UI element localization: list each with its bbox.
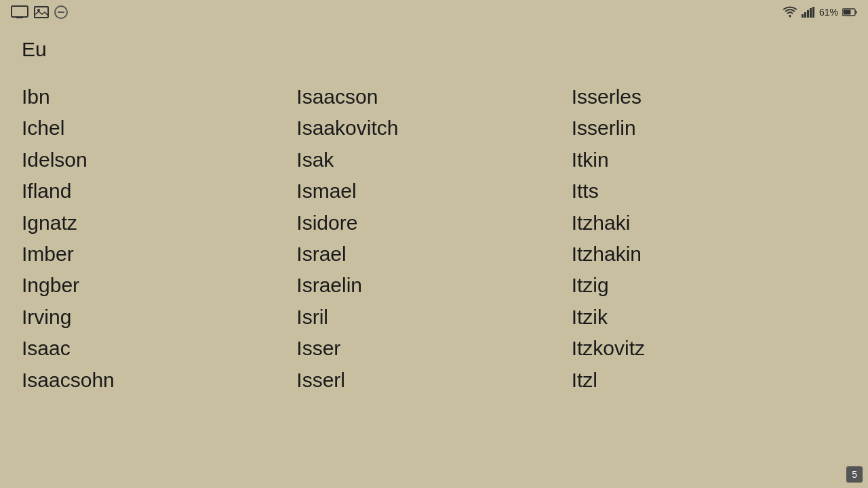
signal-icon bbox=[802, 7, 815, 18]
name-item: Itzhakin bbox=[572, 239, 846, 270]
minus-circle-icon bbox=[54, 5, 68, 19]
name-item: Imber bbox=[22, 239, 296, 270]
status-left-icons bbox=[11, 5, 68, 19]
svg-rect-10 bbox=[810, 8, 812, 18]
battery-percentage: 61% bbox=[819, 7, 838, 18]
svg-rect-14 bbox=[856, 11, 857, 14]
name-item: Ibn bbox=[22, 81, 296, 113]
battery-icon bbox=[842, 7, 857, 17]
name-item: Isaac bbox=[22, 333, 296, 364]
main-content: Eu IbnIsaacsonIsserlesIchelIsaakovitchIs… bbox=[0, 24, 868, 488]
name-item: Isidore bbox=[296, 207, 571, 239]
name-item: Itzik bbox=[572, 302, 846, 333]
name-item: Isak bbox=[296, 144, 571, 176]
svg-rect-11 bbox=[812, 7, 814, 18]
name-item: Israel bbox=[296, 239, 571, 270]
svg-rect-1 bbox=[16, 17, 23, 18]
name-item: Ichel bbox=[22, 113, 296, 144]
status-bar: 61% bbox=[0, 0, 868, 24]
page-number: 5 bbox=[846, 466, 863, 483]
name-item: Ingber bbox=[22, 270, 296, 301]
name-item: Isaakovitch bbox=[296, 113, 571, 144]
svg-rect-9 bbox=[807, 10, 809, 18]
name-item: Itzkovitz bbox=[572, 333, 846, 364]
svg-point-6 bbox=[789, 16, 791, 18]
svg-rect-2 bbox=[35, 7, 48, 18]
name-item: Isserles bbox=[572, 81, 846, 113]
name-item: Isserl bbox=[296, 365, 571, 396]
svg-rect-13 bbox=[844, 10, 851, 15]
svg-rect-0 bbox=[12, 6, 28, 17]
section-header: Eu bbox=[22, 38, 846, 61]
screen-icon bbox=[11, 5, 28, 19]
name-item: Isaacson bbox=[296, 81, 571, 113]
name-item: Isril bbox=[296, 302, 571, 333]
name-item: Isserlin bbox=[572, 113, 846, 144]
names-grid: IbnIsaacsonIsserlesIchelIsaakovitchIsser… bbox=[22, 81, 846, 396]
name-item: Isser bbox=[296, 333, 571, 364]
name-item: Itzl bbox=[572, 365, 846, 396]
name-item: Itzhaki bbox=[572, 207, 846, 239]
svg-rect-8 bbox=[804, 12, 806, 18]
name-item: Ismael bbox=[296, 176, 571, 207]
name-item: Isaacsohn bbox=[22, 365, 296, 396]
name-item: Idelson bbox=[22, 144, 296, 176]
svg-rect-7 bbox=[802, 14, 804, 18]
picture-icon bbox=[34, 6, 49, 18]
name-item: Itts bbox=[572, 176, 846, 207]
name-item: Ifland bbox=[22, 176, 296, 207]
wifi-icon bbox=[783, 6, 797, 18]
name-item: Irving bbox=[22, 302, 296, 333]
name-item: Itkin bbox=[572, 144, 846, 176]
name-item: Itzig bbox=[572, 270, 846, 301]
name-item: Ignatz bbox=[22, 207, 296, 239]
name-item: Israelin bbox=[296, 270, 571, 301]
status-right-icons: 61% bbox=[783, 6, 857, 18]
